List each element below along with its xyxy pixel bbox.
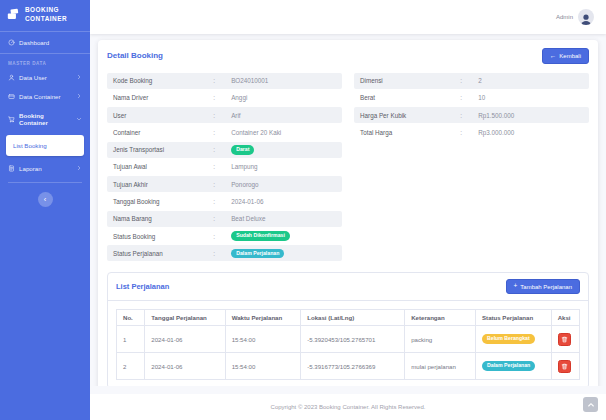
person-icon <box>579 12 593 25</box>
booking-status-badge: Sudah Dikonfirmasi <box>231 231 290 241</box>
tachometer-icon <box>8 39 15 46</box>
cell-no: 1 <box>117 326 145 353</box>
detail-value: 2024-01-06 <box>231 198 263 205</box>
chevron-right-icon <box>76 93 82 100</box>
trash-icon <box>561 336 568 343</box>
cell-status: Belum Berangkat <box>476 326 552 353</box>
brand-name: BOOKINGCONTAINER <box>25 6 67 24</box>
chevron-down-icon <box>76 116 82 123</box>
detail-row: Kode Booking:BO24010001 <box>107 73 342 89</box>
sidebar-item-booking-container[interactable]: Booking Container <box>0 106 90 132</box>
detail-row: Berat:10 <box>354 90 589 106</box>
cell-time: 15:54:00 <box>225 326 301 353</box>
cell-note: packing <box>405 326 476 353</box>
sidebar-item-dashboard[interactable]: Dashboard <box>0 33 90 52</box>
cell-action <box>551 353 579 380</box>
detail-booking-card: Detail Booking ← Kembali Kode Booking:BO… <box>98 40 598 386</box>
detail-row: Tujuan Awal:Lampung <box>107 159 342 175</box>
detail-left-column: Kode Booking:BO24010001 Nama Driver:Angg… <box>107 73 342 263</box>
sidebar-section-label: MASTER DATA <box>0 55 90 68</box>
report-icon <box>8 165 15 172</box>
detail-value: Ponorogo <box>231 181 258 188</box>
col-location: Lokasi (Lat/Lng) <box>301 310 405 326</box>
status-badge: Dalam Perjalanan <box>482 361 535 371</box>
avatar[interactable] <box>578 9 594 25</box>
col-no: No. <box>117 310 145 326</box>
trips-card-header: List Perjalanan + Tambah Perjalanan <box>108 273 588 302</box>
detail-value: Lampung <box>231 163 257 170</box>
page: Detail Booking ← Kembali Kode Booking:BO… <box>90 34 606 386</box>
table-header-row: No. Tanggal Perjalanan Waktu Perjalanan … <box>117 310 580 326</box>
sidebar-item-data-container[interactable]: Data Container <box>0 87 90 106</box>
cart-icon <box>8 116 15 123</box>
delete-trip-button[interactable] <box>558 360 571 373</box>
cell-date: 2024-01-06 <box>145 326 225 353</box>
detail-columns: Kode Booking:BO24010001 Nama Driver:Angg… <box>98 71 598 263</box>
scroll-to-top-button[interactable] <box>583 397 598 412</box>
topbar: Admin <box>90 0 606 34</box>
cell-time: 15:54:00 <box>225 353 301 380</box>
plus-icon: + <box>514 283 518 290</box>
divider <box>0 31 90 32</box>
status-badge: Belum Berangkat <box>482 334 535 344</box>
chevron-right-icon <box>76 165 82 172</box>
trips-card: List Perjalanan + Tambah Perjalanan No. … <box>107 272 589 386</box>
detail-value: Beat Deluxe <box>231 215 265 222</box>
brand[interactable]: BOOKINGCONTAINER <box>0 0 90 30</box>
detail-value: Container 20 Kaki <box>231 129 281 136</box>
divider <box>0 53 90 54</box>
detail-row: Dimensi:2 <box>354 73 589 89</box>
detail-row: Jenis Transportasi:Darat <box>107 142 342 158</box>
trash-icon <box>561 363 568 370</box>
back-button[interactable]: ← Kembali <box>542 48 589 64</box>
trips-table: No. Tanggal Perjalanan Waktu Perjalanan … <box>116 309 580 380</box>
copyright-text: Copyright © 2023 Booking Container. All … <box>271 404 426 410</box>
footer: Copyright © 2023 Booking Container. All … <box>90 394 606 420</box>
cell-location: -5.3920453/105.2765701 <box>301 326 405 353</box>
col-date: Tanggal Perjalanan <box>145 310 225 326</box>
add-trip-button[interactable]: + Tambah Perjalanan <box>506 279 581 295</box>
col-status: Status Perjalanan <box>476 310 552 326</box>
divider <box>8 182 82 183</box>
chevron-up-icon <box>587 401 595 409</box>
detail-row: Nama Driver:Anggi <box>107 90 342 106</box>
detail-value: Anggi <box>231 94 247 101</box>
detail-value: Rp3.000.000 <box>478 129 514 136</box>
detail-row: Total Harga:Rp3.000.000 <box>354 124 589 140</box>
detail-value: 2 <box>478 77 482 84</box>
col-time: Waktu Perjalanan <box>225 310 301 326</box>
sidebar: BOOKINGCONTAINER Dashboard MASTER DATA D… <box>0 0 90 420</box>
sidebar-collapse-button[interactable]: ‹ <box>38 192 53 207</box>
detail-row: Status Perjalanan:Dalam Perjalanan <box>107 245 342 261</box>
page-title: Detail Booking <box>107 51 163 60</box>
col-action: Aksi <box>551 310 579 326</box>
sidebar-item-laporan[interactable]: Laporan <box>0 159 90 178</box>
box-icon <box>8 93 15 100</box>
detail-row: Tujuan Akhir:Ponorogo <box>107 176 342 192</box>
user-icon <box>8 74 15 81</box>
table-row: 2 2024-01-06 15:54:00 -5.3916773/105.276… <box>117 353 580 380</box>
cell-action <box>551 326 579 353</box>
detail-card-header: Detail Booking ← Kembali <box>98 40 598 71</box>
trips-table-wrap: No. Tanggal Perjalanan Waktu Perjalanan … <box>108 301 588 386</box>
delete-trip-button[interactable] <box>558 333 571 346</box>
arrow-left-icon: ← <box>550 53 557 60</box>
cell-no: 2 <box>117 353 145 380</box>
cell-status: Dalam Perjalanan <box>476 353 552 380</box>
detail-row: Harga Per Kubik:Rp1.500.000 <box>354 107 589 123</box>
chevron-left-icon: ‹ <box>44 195 47 204</box>
detail-value: Rp1.500.000 <box>478 112 514 119</box>
sidebar-item-list-booking[interactable]: List Booking <box>6 135 84 156</box>
detail-row: User:Arif <box>107 107 342 123</box>
detail-row: Status Booking:Sudah Dikonfirmasi <box>107 228 342 244</box>
detail-row: Tanggal Booking:2024-01-06 <box>107 194 342 210</box>
detail-value: BO24010001 <box>231 77 268 84</box>
col-note: Keterangan <box>405 310 476 326</box>
sidebar-item-data-user[interactable]: Data User <box>0 68 90 87</box>
table-row: 1 2024-01-06 15:54:00 -5.3920453/105.276… <box>117 326 580 353</box>
chevron-right-icon <box>76 74 82 81</box>
detail-value: 10 <box>478 94 485 101</box>
transport-type-badge: Darat <box>231 145 254 155</box>
cell-location: -5.3916773/105.2766369 <box>301 353 405 380</box>
username-label: Admin <box>556 14 573 20</box>
